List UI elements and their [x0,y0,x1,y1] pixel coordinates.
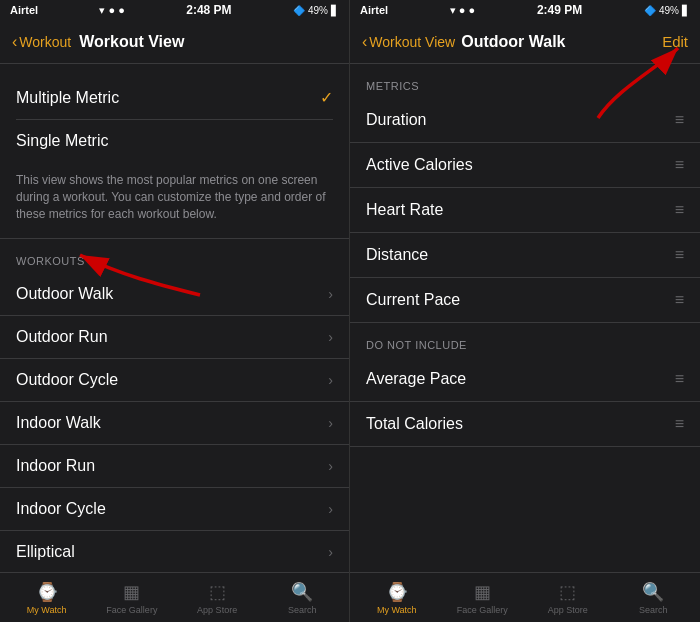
metric-active-calories[interactable]: Active Calories ≡ [350,143,700,188]
right-back-button[interactable]: ‹ Workout View [362,33,455,51]
right-face-gallery-icon: ▦ [474,581,491,603]
left-app-store-icon: ⬚ [209,581,226,603]
right-app-store-icon: ⬚ [559,581,576,603]
metric-total-calories-label: Total Calories [366,415,463,433]
metric-current-pace[interactable]: Current Pace ≡ [350,278,700,323]
left-tab-my-watch[interactable]: ⌚ My Watch [4,581,89,615]
right-battery: 49% [659,5,679,16]
left-status-bar: Airtel ▾ ● ● 2:48 PM 🔷 49% ▋ [0,0,349,20]
left-nav-title: Workout View [79,33,184,51]
metric-duration[interactable]: Duration ≡ [350,98,700,143]
workouts-list: Outdoor Walk › Outdoor Run › Outdoor Cyc… [0,273,349,572]
left-tab-app-store-label: App Store [197,605,237,615]
single-metric-option[interactable]: Single Metric [16,120,333,162]
left-time: 2:48 PM [186,3,231,17]
workout-indoor-walk[interactable]: Indoor Walk › [0,402,349,445]
single-metric-label: Single Metric [16,132,108,150]
workout-outdoor-run-chevron: › [328,329,333,345]
right-nav-title: Outdoor Walk [461,33,565,51]
right-bt-icon: 🔷 [644,5,656,16]
right-tab-bar: ⌚ My Watch ▦ Face Gallery ⬚ App Store 🔍 … [350,572,700,622]
right-status-icons: 🔷 49% ▋ [644,5,690,16]
metric-active-calories-handle: ≡ [675,156,684,174]
metric-current-pace-label: Current Pace [366,291,460,309]
left-search-icon: 🔍 [291,581,313,603]
metric-heart-rate-label: Heart Rate [366,201,443,219]
workout-elliptical-chevron: › [328,544,333,560]
metrics-list: Duration ≡ Active Calories ≡ Heart Rate … [350,98,700,323]
right-battery-icon: ▋ [682,5,690,16]
workout-indoor-cycle-label: Indoor Cycle [16,500,106,518]
workout-indoor-cycle-chevron: › [328,501,333,517]
left-battery-icon: ▋ [331,5,339,16]
right-edit-button[interactable]: Edit [662,33,688,50]
workout-indoor-run[interactable]: Indoor Run › [0,445,349,488]
metric-total-calories-handle: ≡ [675,415,684,433]
workout-indoor-run-chevron: › [328,458,333,474]
metric-duration-label: Duration [366,111,426,129]
right-time: 2:49 PM [537,3,582,17]
workout-elliptical[interactable]: Elliptical › [0,531,349,572]
left-face-gallery-icon: ▦ [123,581,140,603]
workout-outdoor-walk-label: Outdoor Walk [16,285,113,303]
metric-average-pace[interactable]: Average Pace ≡ [350,357,700,402]
metric-average-pace-label: Average Pace [366,370,466,388]
metric-current-pace-handle: ≡ [675,291,684,309]
right-tab-my-watch[interactable]: ⌚ My Watch [354,581,440,615]
workout-indoor-cycle[interactable]: Indoor Cycle › [0,488,349,531]
workout-elliptical-label: Elliptical [16,543,75,561]
workout-outdoor-run[interactable]: Outdoor Run › [0,316,349,359]
right-search-icon: 🔍 [642,581,664,603]
right-nav-bar: ‹ Workout View Outdoor Walk Edit [350,20,700,64]
right-watch-icon: ⌚ [386,581,408,603]
workout-outdoor-run-label: Outdoor Run [16,328,108,346]
metrics-section-header: METRICS [350,64,700,98]
workout-indoor-run-label: Indoor Run [16,457,95,475]
left-content: Multiple Metric ✓ Single Metric This vie… [0,64,349,572]
right-tab-search-label: Search [639,605,668,615]
right-back-label: Workout View [369,34,455,50]
metric-distance[interactable]: Distance ≡ [350,233,700,278]
right-tab-app-store-label: App Store [548,605,588,615]
left-tab-bar: ⌚ My Watch ▦ Face Gallery ⬚ App Store 🔍 … [0,572,349,622]
workouts-header: WORKOUTS [0,239,349,273]
right-tab-face-gallery[interactable]: ▦ Face Gallery [440,581,526,615]
multiple-metric-label: Multiple Metric [16,89,119,107]
left-bt-icon: 🔷 [293,5,305,16]
workout-outdoor-walk[interactable]: Outdoor Walk › [0,273,349,316]
metric-total-calories[interactable]: Total Calories ≡ [350,402,700,447]
metric-active-calories-label: Active Calories [366,156,473,174]
do-not-include-list: Average Pace ≡ Total Calories ≡ [350,357,700,447]
left-back-button[interactable]: ‹ Workout [12,33,71,51]
left-carrier: Airtel [10,4,38,16]
left-tab-search[interactable]: 🔍 Search [260,581,345,615]
left-tab-face-gallery-label: Face Gallery [106,605,157,615]
workout-outdoor-cycle-label: Outdoor Cycle [16,371,118,389]
right-tab-search[interactable]: 🔍 Search [611,581,697,615]
left-battery: 49% [308,5,328,16]
workout-indoor-walk-chevron: › [328,415,333,431]
right-content: METRICS Duration ≡ Active Calories ≡ Hea… [350,64,700,572]
left-nav-bar: ‹ Workout Workout View [0,20,349,64]
right-tab-app-store[interactable]: ⬚ App Store [525,581,611,615]
view-description: This view shows the most popular metrics… [0,162,349,239]
left-wifi-icon: ▾ ● ● [99,4,124,17]
view-options-section: Multiple Metric ✓ Single Metric [0,64,349,162]
right-back-chevron: ‹ [362,33,367,51]
left-tab-app-store[interactable]: ⬚ App Store [175,581,260,615]
left-status-icons: 🔷 49% ▋ [293,5,339,16]
right-tab-face-gallery-label: Face Gallery [457,605,508,615]
workout-outdoor-cycle-chevron: › [328,372,333,388]
metric-heart-rate[interactable]: Heart Rate ≡ [350,188,700,233]
left-tab-my-watch-label: My Watch [27,605,67,615]
left-tab-search-label: Search [288,605,317,615]
right-tab-my-watch-label: My Watch [377,605,417,615]
multiple-metric-option[interactable]: Multiple Metric ✓ [16,76,333,120]
workout-outdoor-cycle[interactable]: Outdoor Cycle › [0,359,349,402]
metric-distance-handle: ≡ [675,246,684,264]
workout-outdoor-walk-chevron: › [328,286,333,302]
left-tab-face-gallery[interactable]: ▦ Face Gallery [89,581,174,615]
right-signal-icon: ▾ ● ● [450,4,475,17]
left-watch-icon: ⌚ [36,581,58,603]
right-carrier: Airtel [360,4,388,16]
